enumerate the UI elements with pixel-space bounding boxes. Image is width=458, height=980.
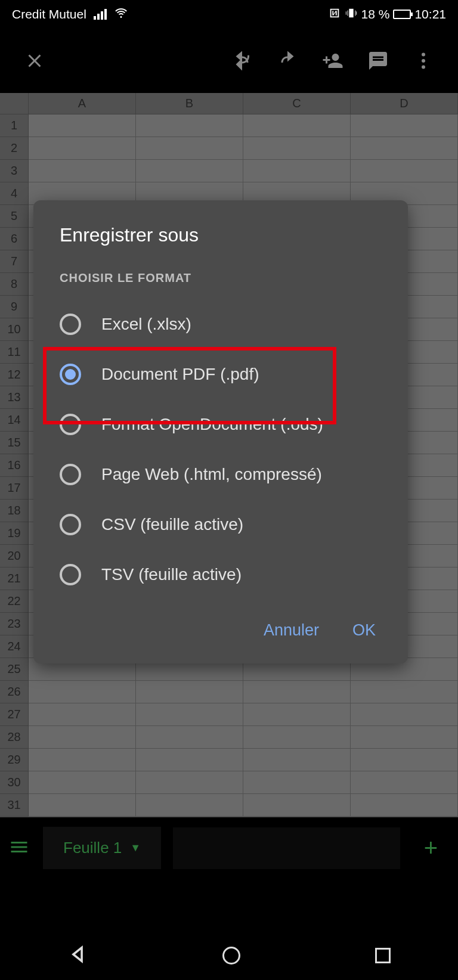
- active-sheet-tab[interactable]: Feuille 1 ▼: [43, 827, 161, 869]
- sheet-tabs-bar: Feuille 1 ▼ +: [0, 817, 458, 879]
- radio-icon: [60, 564, 81, 585]
- vibrate-icon: [345, 7, 358, 23]
- option-label: Page Web (.html, compressé): [101, 465, 322, 484]
- status-bar: Credit Mutuel 18 % 10:21: [0, 0, 458, 29]
- status-right: 18 % 10:21: [328, 7, 446, 23]
- add-sheet-button[interactable]: +: [412, 835, 450, 861]
- signal-icon: [94, 9, 107, 20]
- svg-point-2: [422, 66, 425, 69]
- carrier-label: Credit Mutuel: [12, 7, 86, 21]
- format-option-csv[interactable]: CSV (feuille active): [33, 500, 408, 550]
- svg-point-1: [422, 59, 425, 63]
- clock: 10:21: [414, 7, 446, 21]
- bottom-spacer: [0, 879, 458, 931]
- comment-button[interactable]: [358, 41, 398, 81]
- radio-icon: [60, 364, 81, 385]
- option-label: CSV (feuille active): [101, 515, 243, 534]
- close-button[interactable]: [14, 41, 55, 81]
- sheet-tab-label: Feuille 1: [63, 839, 122, 857]
- redo-button[interactable]: [267, 41, 308, 81]
- radio-icon: [60, 414, 81, 435]
- option-label: Format OpenDocument (.ods): [101, 415, 323, 434]
- radio-icon: [60, 314, 81, 335]
- nfc-icon: [328, 7, 341, 23]
- nav-back-button[interactable]: [67, 944, 88, 967]
- battery-percent: 18 %: [361, 7, 390, 21]
- tab-strip: [173, 827, 400, 869]
- nav-recent-button[interactable]: [375, 948, 391, 963]
- format-option-tsv[interactable]: TSV (feuille active): [33, 550, 408, 600]
- wifi-icon: [114, 5, 128, 23]
- app-toolbar: [0, 29, 458, 93]
- option-label: Excel (.xlsx): [101, 315, 191, 334]
- dialog-section-heading: CHOISIR LE FORMAT: [33, 264, 408, 299]
- radio-icon: [60, 514, 81, 535]
- format-option-xlsx[interactable]: Excel (.xlsx): [33, 299, 408, 349]
- dialog-actions: Annuler OK: [33, 600, 408, 646]
- radio-icon: [60, 464, 81, 485]
- svg-point-0: [422, 53, 425, 57]
- tab-dropdown-icon: ▼: [130, 842, 141, 854]
- save-as-dialog: Enregistrer sous CHOISIR LE FORMAT Excel…: [33, 200, 408, 663]
- battery-icon: [393, 10, 411, 19]
- format-option-ods[interactable]: Format OpenDocument (.ods): [33, 399, 408, 449]
- option-label: Document PDF (.pdf): [101, 365, 259, 384]
- nav-home-button[interactable]: [222, 947, 240, 965]
- add-person-button[interactable]: [312, 41, 353, 81]
- cancel-button[interactable]: Annuler: [264, 621, 319, 640]
- system-nav-bar: [0, 931, 458, 980]
- option-label: TSV (feuille active): [101, 565, 242, 584]
- more-options-button[interactable]: [403, 41, 444, 81]
- format-option-html[interactable]: Page Web (.html, compressé): [33, 449, 408, 500]
- ok-button[interactable]: OK: [352, 621, 376, 640]
- status-left: Credit Mutuel: [12, 5, 128, 23]
- undo-button[interactable]: [222, 41, 262, 81]
- format-option-pdf[interactable]: Document PDF (.pdf): [33, 349, 408, 399]
- sheets-menu-button[interactable]: [8, 836, 30, 860]
- dialog-title: Enregistrer sous: [33, 224, 408, 264]
